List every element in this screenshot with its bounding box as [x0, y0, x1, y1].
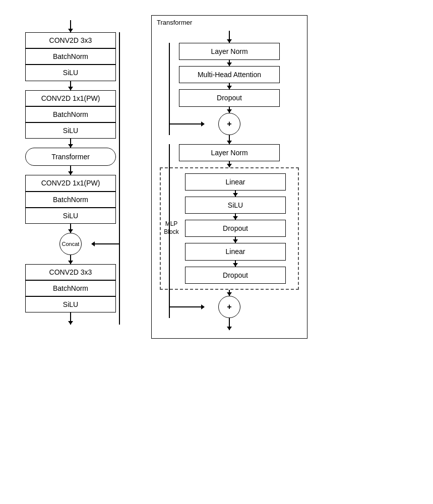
dropout-3: Dropout	[185, 267, 286, 284]
conv2d-3x3-2: CONV2D 3x3	[25, 264, 116, 280]
arrowhead-left	[91, 241, 95, 246]
skip-arrow-in-2	[169, 306, 204, 307]
arrow-2	[70, 139, 71, 148]
arrow-6	[70, 312, 71, 325]
residual-section-1: Layer Norm Multi-Head Attention Dropout …	[160, 43, 299, 135]
plus-node-2: +	[218, 296, 240, 318]
residual-section-2: Layer Norm MLP Block Linear SiLU Dropout…	[160, 144, 299, 318]
arrow-4	[70, 224, 71, 233]
left-diagram: CONV2D 3x3 BatchNorm SiLU CONV2D 1x1(PW)…	[10, 20, 131, 325]
batchnorm-4: BatchNorm	[25, 280, 116, 296]
group2: CONV2D 1x1(PW) BatchNorm SiLU	[10, 90, 131, 139]
layer-norm-2: Layer Norm	[179, 144, 280, 161]
batchnorm-3: BatchNorm	[25, 192, 116, 208]
group1: CONV2D 3x3 BatchNorm SiLU	[10, 32, 131, 81]
group3: CONV2D 1x1(PW) BatchNorm SiLU	[10, 175, 131, 224]
arr-do1	[229, 107, 230, 113]
top-arrow-left	[70, 20, 71, 32]
silu-4: SiLU	[25, 296, 116, 312]
conv2d-1x1pw-2: CONV2D 1x1(PW)	[25, 175, 116, 191]
batchnorm-1: BatchNorm	[25, 48, 116, 65]
arr-ln2	[229, 161, 230, 167]
arr-plus1	[229, 135, 230, 144]
linear-2: Linear	[185, 243, 286, 260]
silu-3: SiLU	[25, 208, 116, 224]
arrowhead-right-2	[201, 304, 205, 309]
silu-2: SiLU	[25, 122, 116, 139]
concat-row: Concat	[10, 233, 131, 255]
transformer-outer-label: Transformer	[157, 19, 192, 26]
arr-do2	[235, 237, 236, 243]
silu-r: SiLU	[185, 197, 286, 214]
group4: CONV2D 3x3 BatchNorm SiLU	[10, 264, 131, 313]
arrowhead-right-1	[201, 121, 205, 127]
top-arrow-right	[229, 31, 230, 43]
linear-1: Linear	[185, 173, 286, 191]
plus-row-1: +	[160, 113, 299, 135]
silu-1: SiLU	[25, 65, 116, 81]
plus-node-1: +	[218, 113, 240, 135]
arrow-1	[70, 81, 71, 90]
bottom-arrow-right	[229, 318, 230, 330]
arr-ln1	[229, 60, 230, 66]
arr-lin2	[235, 261, 236, 267]
dropout-2: Dropout	[185, 220, 286, 237]
transformer-block: Transformer	[25, 148, 116, 166]
mlp-box: MLP Block Linear SiLU Dropout Linear Dro…	[160, 167, 299, 290]
right-diagram: Transformer Layer Norm Multi-Head Attent…	[151, 15, 307, 339]
skip-arrow-in	[92, 243, 120, 244]
conv2d-3x3-1: CONV2D 3x3	[25, 32, 116, 48]
dropout-1: Dropout	[179, 89, 280, 106]
batchnorm-2: BatchNorm	[25, 106, 116, 122]
plus-row-2: +	[160, 296, 299, 318]
conv2d-1x1pw-1: CONV2D 1x1(PW)	[25, 90, 116, 106]
skip-line-right	[119, 32, 120, 325]
arrow-5	[70, 255, 71, 264]
diagram-container: CONV2D 3x3 BatchNorm SiLU CONV2D 1x1(PW)…	[10, 10, 423, 339]
concat-node: Concat	[59, 233, 82, 255]
skip-arrow-in-1	[169, 123, 204, 124]
arr-mha	[229, 83, 230, 89]
arr-mlp	[229, 290, 230, 296]
multi-head-attention: Multi-Head Attention	[179, 66, 280, 83]
arr-silu	[235, 214, 236, 220]
layer-norm-1: Layer Norm	[179, 43, 280, 60]
arrow-3	[70, 166, 71, 175]
mlp-label: MLP Block	[164, 221, 179, 236]
arr-lin1	[235, 191, 236, 197]
